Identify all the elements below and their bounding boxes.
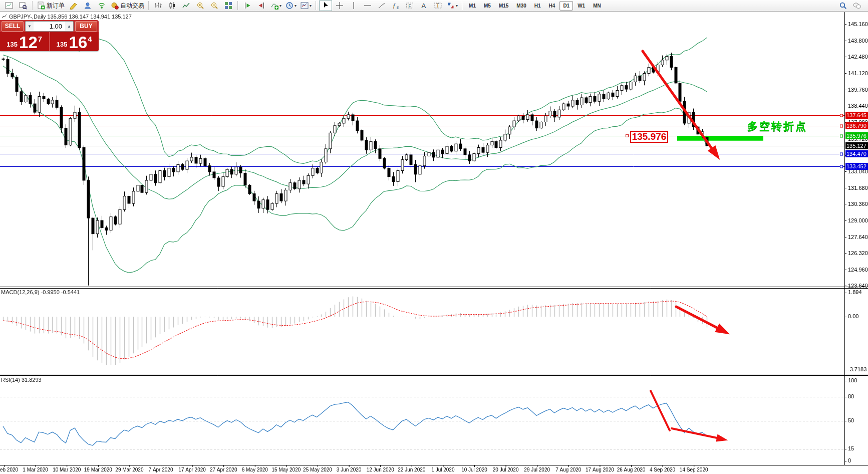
templates-icon — [301, 2, 309, 10]
profiles-button[interactable] — [17, 0, 30, 11]
tf-button-h4[interactable]: H4 — [545, 1, 559, 11]
auto-scroll-button[interactable] — [241, 0, 254, 11]
zoom-in-button[interactable] — [194, 0, 207, 11]
one-click-trade-panel: SELL ▼ 1.00 ▲ BUY 135 12 7 135 16 4 — [0, 20, 99, 51]
metaeditor-icon — [70, 2, 78, 10]
svg-text:A: A — [422, 2, 426, 10]
profiles-icon — [19, 2, 27, 10]
chat-icon — [853, 2, 861, 10]
svg-text:F: F — [409, 4, 412, 9]
chart-shift-button[interactable] — [255, 0, 268, 11]
trendline-button[interactable] — [375, 0, 388, 11]
cursor-icon — [322, 2, 330, 10]
volume-down-icon[interactable]: ▼ — [26, 22, 34, 31]
tf-button-m15[interactable]: M15 — [495, 1, 512, 11]
indicators-button[interactable]: ▾ — [269, 0, 283, 11]
chevron-down-icon[interactable]: ▾ — [456, 4, 458, 8]
hline-button[interactable] — [361, 0, 374, 11]
bar-chart-button[interactable] — [152, 0, 165, 11]
chart-canvas[interactable] — [0, 0, 868, 474]
chart-shift-icon — [257, 2, 265, 10]
tf-button-d1[interactable]: D1 — [559, 1, 573, 11]
autotrading-icon — [111, 2, 119, 10]
turning-point-note[interactable]: 多空转折点 — [747, 119, 807, 133]
chevron-down-icon[interactable]: ▾ — [279, 4, 281, 8]
sell-price-point: 7 — [38, 35, 42, 43]
rsi-label: RSI(14) 31.8293 — [1, 377, 42, 383]
bar-chart-icon — [154, 2, 162, 10]
buy-price-figure: 135 — [57, 41, 68, 48]
text-icon: A — [420, 2, 428, 10]
market-watch-icon — [84, 2, 92, 10]
tf-button-w1[interactable]: W1 — [574, 1, 589, 11]
svg-text:E: E — [397, 6, 399, 10]
search-button[interactable] — [836, 0, 849, 11]
toolbar-separator — [316, 1, 317, 10]
arrows-button[interactable]: ▾ — [445, 0, 459, 11]
chat-button[interactable] — [850, 0, 863, 11]
tile-windows-button[interactable] — [222, 0, 235, 11]
fibo-expansion-button[interactable]: F — [403, 0, 416, 11]
price-badge: 134.470 — [845, 150, 868, 157]
label-button[interactable]: T — [431, 0, 444, 11]
crosshair-button[interactable] — [333, 0, 346, 11]
fibonacci-button[interactable]: ƒE — [389, 0, 402, 11]
buy-price[interactable]: 135 16 4 — [50, 32, 99, 51]
signals-button[interactable] — [95, 0, 108, 11]
toolbar-separator — [32, 1, 33, 10]
toolbar-button-label: 自动交易 — [120, 2, 144, 10]
buy-price-point: 4 — [88, 35, 92, 43]
svg-text:ƒ: ƒ — [393, 2, 396, 9]
tile-windows-icon — [224, 2, 232, 10]
symbol-header: GBPJPY-,Daily 135.856 136.147 134.941 13… — [2, 14, 132, 20]
hline-icon — [364, 2, 372, 10]
price-tag-annotation[interactable]: 135.976 — [630, 131, 668, 143]
toolbar: 新订单自动交易▾▾▾ƒEFAT▾M1M5M15M30H1H4D1W1MN — [0, 0, 868, 12]
autotrading-button[interactable]: 自动交易 — [109, 0, 146, 11]
sell-price[interactable]: 135 12 7 — [0, 32, 50, 51]
text-button[interactable]: A — [417, 0, 430, 11]
volume-value[interactable]: 1.00 — [34, 22, 65, 31]
volume-up-icon[interactable]: ▲ — [65, 22, 73, 31]
trendline-icon — [378, 2, 386, 10]
price-badge: 133.452 — [845, 163, 868, 170]
metaeditor-button[interactable] — [67, 0, 80, 11]
new-order-icon — [37, 2, 45, 10]
tf-button-m1[interactable]: M1 — [465, 1, 479, 11]
fibonacci-icon: ƒE — [392, 2, 400, 10]
chevron-down-icon[interactable]: ▾ — [310, 4, 312, 8]
tf-button-m5[interactable]: M5 — [480, 1, 494, 11]
zoom-out-icon — [210, 2, 218, 10]
price-badge: 135.976 — [845, 132, 868, 139]
zoom-out-button[interactable] — [208, 0, 221, 11]
cursor-button[interactable] — [319, 0, 332, 11]
label-icon: T — [434, 2, 442, 10]
toolbar-separator — [148, 1, 149, 10]
auto-scroll-icon — [243, 2, 251, 10]
line-chart-icon — [182, 2, 190, 10]
price-badge: 136.790 — [845, 122, 868, 129]
new-order-button[interactable]: 新订单 — [36, 0, 66, 11]
new-chart-button[interactable] — [3, 0, 16, 11]
sell-button[interactable]: SELL — [2, 21, 24, 32]
tf-button-m30[interactable]: M30 — [513, 1, 529, 11]
periods-icon — [285, 2, 294, 10]
vline-button[interactable] — [347, 0, 360, 11]
vline-icon — [350, 2, 358, 10]
candlestick-button[interactable] — [166, 0, 179, 11]
candlestick-icon — [168, 2, 176, 10]
tf-button-mn[interactable]: MN — [590, 1, 605, 11]
tf-button-h1[interactable]: H1 — [531, 1, 544, 11]
volume-stepper[interactable]: ▼ 1.00 ▲ — [25, 21, 74, 32]
sell-price-figure: 135 — [7, 41, 18, 48]
templates-button[interactable]: ▾ — [299, 0, 313, 11]
toolbar-separator — [237, 1, 238, 10]
buy-button[interactable]: BUY — [75, 21, 97, 32]
chevron-down-icon[interactable]: ▾ — [295, 4, 297, 8]
macd-label: MACD(12,26,9) -0.9950 -0.5441 — [1, 289, 80, 295]
market-watch-button[interactable] — [81, 0, 94, 11]
symbol-title: GBPJPY-,Daily 135.856 136.147 134.941 13… — [9, 14, 132, 20]
periods-button[interactable]: ▾ — [284, 0, 298, 11]
line-chart-button[interactable] — [180, 0, 193, 11]
price-badge: 137.645 — [845, 112, 868, 119]
